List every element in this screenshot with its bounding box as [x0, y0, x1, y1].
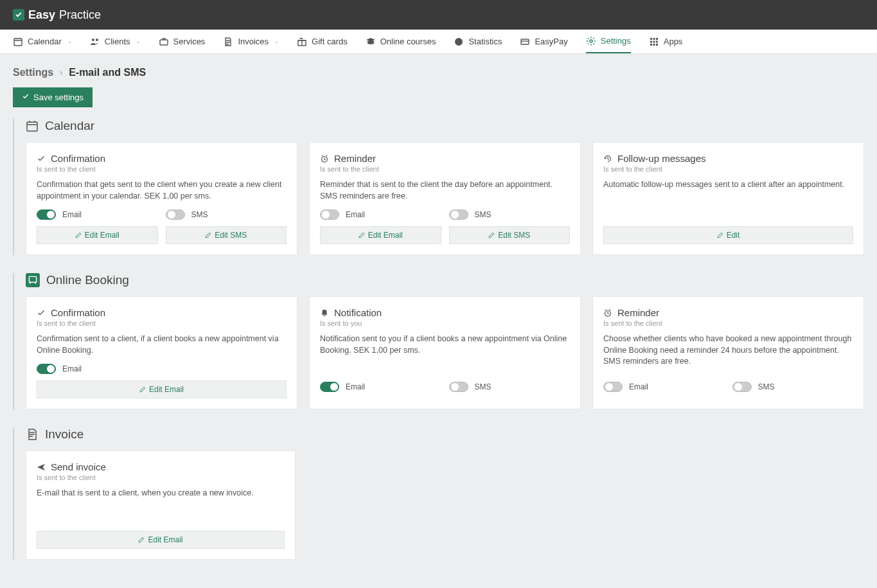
- svg-rect-8: [653, 38, 655, 40]
- breadcrumb: Settings › E-mail and SMS: [0, 54, 877, 87]
- logo-light: Practice: [59, 8, 101, 22]
- section-calendar: Calendar Confirmation Is sent to the cli…: [13, 119, 864, 255]
- edit-email-button[interactable]: Edit Email: [37, 226, 158, 244]
- pencil-icon: [488, 232, 495, 238]
- nav-online-courses[interactable]: Online courses: [366, 30, 436, 53]
- card-icon: [520, 37, 530, 47]
- svg-rect-5: [521, 39, 529, 44]
- svg-point-2: [96, 39, 98, 41]
- nav-easypay[interactable]: EasyPay: [520, 30, 567, 53]
- invoice-icon: [26, 428, 39, 441]
- toggle-booking-reminder-email[interactable]: [603, 382, 623, 392]
- nav-invoices[interactable]: Invoices ⌄: [223, 30, 279, 53]
- nav-bar: Calendar ⌄ Clients ⌄ Services Invoices ⌄…: [0, 30, 877, 54]
- people-icon: [90, 37, 100, 47]
- chevron-right-icon: ›: [60, 68, 62, 77]
- edit-email-button[interactable]: Edit Email: [37, 380, 287, 398]
- chevron-down-icon: ⌄: [274, 39, 279, 44]
- edit-email-button[interactable]: Edit Email: [320, 226, 441, 244]
- chevron-down-icon: ⌄: [67, 39, 72, 44]
- booking-icon: [26, 273, 40, 287]
- svg-rect-18: [29, 276, 36, 282]
- pencil-icon: [139, 386, 146, 393]
- pie-chart-icon: [454, 37, 464, 47]
- briefcase-icon: [159, 37, 169, 47]
- card-calendar-reminder: Reminder Is sent to the client Reminder …: [309, 142, 581, 255]
- nav-statistics[interactable]: Statistics: [454, 30, 502, 53]
- logo[interactable]: EasyPractice: [13, 8, 101, 22]
- logo-check-icon: [13, 9, 24, 21]
- toggle-notification-sms[interactable]: [449, 382, 468, 392]
- history-icon: [603, 154, 612, 163]
- edit-sms-button[interactable]: Edit SMS: [449, 226, 571, 244]
- calendar-icon: [26, 120, 39, 132]
- breadcrumb-root[interactable]: Settings: [13, 67, 53, 78]
- svg-rect-9: [656, 38, 658, 40]
- card-calendar-followup: Follow-up messages Is sent to the client…: [592, 142, 864, 255]
- svg-rect-0: [14, 39, 22, 46]
- card-booking-notification: Notification Is sent to you Notification…: [309, 296, 581, 409]
- nav-apps[interactable]: Apps: [649, 30, 683, 53]
- pencil-icon: [138, 537, 145, 543]
- pencil-icon: [205, 232, 211, 238]
- svg-rect-16: [27, 122, 37, 131]
- card-calendar-confirmation: Confirmation Is sent to the client Confi…: [26, 142, 297, 255]
- svg-rect-3: [160, 40, 168, 45]
- alarm-icon: [320, 154, 329, 163]
- toggle-booking-reminder-sms[interactable]: [732, 382, 752, 392]
- toggle-confirmation-sms[interactable]: [166, 209, 185, 220]
- pencil-icon: [717, 232, 723, 238]
- pencil-icon: [75, 232, 82, 238]
- toggle-reminder-email[interactable]: [320, 209, 339, 220]
- card-booking-reminder: Reminder Is sent to the client Choose wh…: [592, 296, 864, 409]
- send-icon: [37, 463, 46, 472]
- svg-rect-7: [650, 38, 652, 40]
- svg-point-1: [92, 39, 94, 41]
- bell-icon: [320, 308, 329, 317]
- nav-calendar[interactable]: Calendar ⌄: [13, 30, 72, 53]
- gear-icon: [586, 36, 596, 46]
- edit-button[interactable]: Edit: [603, 226, 853, 244]
- nav-settings[interactable]: Settings: [586, 30, 631, 53]
- toggle-reminder-sms[interactable]: [449, 209, 468, 220]
- toggle-notification-email[interactable]: [320, 382, 339, 392]
- chevron-down-icon: ⌄: [136, 39, 141, 44]
- check-icon: [22, 93, 30, 102]
- nav-services[interactable]: Services: [159, 30, 206, 53]
- pencil-icon: [359, 232, 365, 238]
- nav-gift-cards[interactable]: Gift cards: [297, 30, 348, 53]
- alarm-icon: [603, 308, 612, 317]
- svg-point-6: [590, 40, 592, 42]
- card-send-invoice: Send invoice Is sent to the client E-mai…: [26, 450, 296, 560]
- section-online-booking: Online Booking Confirmation Is sent to t…: [13, 273, 864, 409]
- svg-rect-13: [650, 44, 652, 46]
- svg-rect-11: [653, 40, 655, 42]
- save-settings-button[interactable]: Save settings: [13, 87, 93, 107]
- document-icon: [223, 37, 233, 47]
- gift-icon: [297, 37, 307, 47]
- svg-rect-15: [656, 44, 658, 46]
- svg-rect-10: [650, 40, 652, 42]
- edit-email-button[interactable]: Edit Email: [37, 531, 285, 549]
- check-icon: [37, 154, 46, 163]
- calendar-icon: [13, 37, 23, 47]
- breadcrumb-current: E-mail and SMS: [69, 67, 146, 78]
- section-title: Online Booking: [46, 273, 129, 287]
- section-title: Calendar: [45, 119, 94, 133]
- toggle-booking-confirmation-email[interactable]: [37, 364, 56, 374]
- check-icon: [37, 308, 46, 317]
- section-title: Invoice: [45, 427, 84, 441]
- top-header: EasyPractice: [0, 0, 877, 30]
- section-invoice: Invoice Send invoice Is sent to the clie…: [13, 427, 864, 560]
- svg-rect-14: [653, 44, 655, 46]
- apps-grid-icon: [649, 37, 659, 47]
- svg-rect-12: [656, 40, 658, 42]
- nav-clients[interactable]: Clients ⌄: [90, 30, 141, 53]
- card-booking-confirmation: Confirmation Is sent to the client Confi…: [26, 296, 297, 409]
- edit-sms-button[interactable]: Edit SMS: [166, 226, 287, 244]
- graduation-icon: [366, 37, 376, 47]
- logo-bold: Easy: [28, 8, 55, 22]
- toggle-confirmation-email[interactable]: [37, 209, 56, 220]
